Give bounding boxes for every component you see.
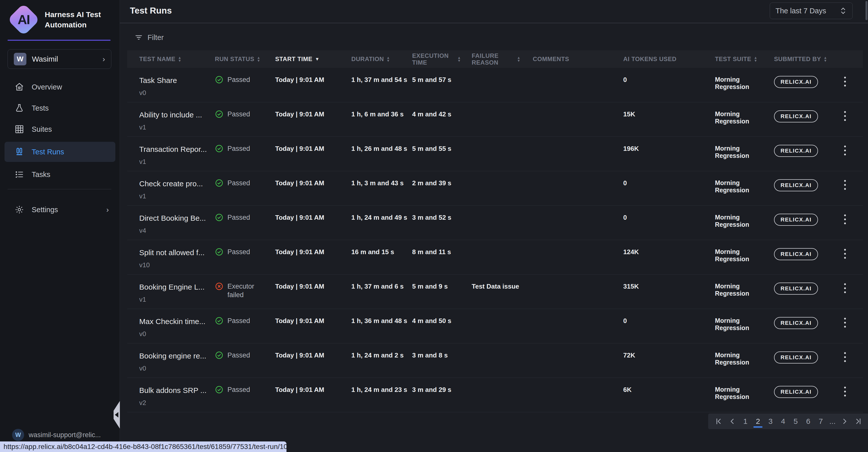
test-name-link[interactable]: Split not allowed f... [139,248,215,257]
page-button-6[interactable]: 6 [803,415,813,428]
page-button-2[interactable]: 2 [753,415,763,428]
column-header-status[interactable]: RUN STATUS▲▼ [215,56,275,63]
sort-arrows-icon[interactable]: ▲▼ [257,56,260,62]
kebab-dot [844,291,846,293]
cell-ai-tokens-value: 196K [623,145,639,152]
cell-start-time-value: Today | 9:01 AM [275,386,324,393]
row-kebab-menu-button[interactable] [839,109,850,123]
test-name-link[interactable]: Task Share [139,76,215,85]
kebab-dot [844,253,846,255]
kebab-dot [844,218,846,220]
cell-test-name: Check create pro...v1 [127,171,215,205]
header-divider [120,23,868,23]
previous-page-button[interactable] [727,415,738,428]
test-version: v1 [139,158,215,166]
cell-start-time: Today | 9:01 AM [275,274,351,309]
test-suite-value: Morning Regression [715,248,749,263]
row-kebab-menu-button[interactable] [839,178,850,192]
kebab-dot [844,77,846,79]
cell-execution-time-value: 3 m and 52 s [412,214,451,221]
user-account[interactable]: W wasimil-support@relic... [12,429,101,441]
sort-arrows-icon[interactable]: ▲▼ [178,56,181,62]
column-header-execution_time[interactable]: EXECUTION TIME▲▼ [412,52,472,66]
next-page-button[interactable] [839,415,850,428]
row-kebab-menu-button[interactable] [839,74,850,89]
test-name-link[interactable]: Ability to include ... [139,110,215,119]
test-suite-value: Morning Regression [715,214,749,228]
submitted-by-badge: RELICX.AI [774,179,818,191]
cell-submitted-by: RELICX.AI [774,102,839,137]
test-name-link[interactable]: Check create pro... [139,179,215,188]
column-header-ai_tokens_used[interactable]: AI TOKENS USED [623,56,715,63]
column-header-name[interactable]: TEST NAME▲▼ [127,56,215,63]
first-page-button[interactable] [713,415,724,428]
cell-comments [533,206,623,240]
run-status-text: Passed [227,248,250,256]
test-suite-value: Morning Regression [715,145,749,159]
column-header-failure_reason[interactable]: FAILURE REASON▲▼ [472,52,533,66]
scrollbar-thumb[interactable] [866,1,868,20]
page-button-5[interactable]: 5 [790,415,801,428]
row-kebab-menu-button[interactable] [839,315,850,330]
filter-button[interactable]: Filter [134,33,164,42]
sidebar-item-test-runs[interactable]: Test Runs [4,142,115,162]
sidebar-item-tests[interactable]: Tests [4,99,115,117]
test-name-link[interactable]: Direct Booking Be... [139,214,215,223]
row-kebab-menu-button[interactable] [839,212,850,226]
column-header-comments[interactable]: COMMENTS [533,56,623,63]
cell-ai-tokens: 0 [623,171,715,205]
table-row: Task Sharev0PassedToday | 9:01 AM1 h, 37… [127,68,863,102]
sort-arrows-icon[interactable]: ▲▼ [386,56,390,62]
page-button-7[interactable]: 7 [816,415,826,428]
kebab-dot [844,146,846,147]
sort-arrows-icon[interactable]: ▲▼ [517,56,521,62]
cell-actions [839,137,863,171]
sidebar-item-tasks[interactable]: Tasks [4,166,115,183]
cell-ai-tokens-value: 124K [623,248,639,256]
sidebar-item-overview[interactable]: Overview [4,79,115,95]
page-button-4[interactable]: 4 [778,415,788,428]
column-header-submitted_by[interactable]: SUBMITTED BY▲▼ [774,56,839,63]
column-header-start_time[interactable]: START TIME▼ [275,56,351,63]
sort-arrows-icon[interactable]: ▲▼ [457,56,461,62]
date-range-select[interactable]: The last 7 Days [770,2,853,19]
filter-label: Filter [148,33,164,42]
row-kebab-menu-button[interactable] [839,350,850,364]
sidebar: AI Harness AI Test Automation W Wasimil … [0,0,120,452]
column-header-test_suite[interactable]: TEST SUITE▲▼ [715,56,774,63]
sort-arrows-icon[interactable]: ▲▼ [754,56,757,62]
column-header-label: SUBMITTED BY [774,56,821,63]
test-name-link[interactable]: Max Checkin time... [139,317,215,326]
test-suite-value: Morning Regression [715,76,749,90]
kebab-dot [844,222,846,224]
submitted-by-badge: RELICX.AI [774,282,818,295]
test-name-link[interactable]: Booking Engine L... [139,282,215,292]
row-kebab-menu-button[interactable] [839,384,850,398]
page-button-1[interactable]: 1 [740,415,750,428]
row-kebab-menu-button[interactable] [839,143,850,157]
kebab-dot [844,387,846,388]
row-kebab-menu-button[interactable] [839,247,850,261]
sidebar-item-suites[interactable]: Suites [4,121,115,138]
last-page-button[interactable] [853,415,864,428]
sort-arrows-icon[interactable]: ▲▼ [824,56,827,62]
column-header-duration[interactable]: DURATION▲▼ [351,56,412,63]
sidebar-divider [7,189,111,189]
cell-ai-tokens: 124K [623,240,715,274]
workspace-selector[interactable]: W Wasimil › [7,49,111,69]
row-kebab-menu-button[interactable] [839,281,850,295]
chevron-right-icon: › [106,205,109,214]
kebab-dot [844,188,846,190]
sidebar-item-settings[interactable]: Settings › [4,201,115,218]
cell-test-name: Direct Booking Be...v4 [127,206,215,240]
cell-execution-time-value: 5 m and 55 s [412,145,451,152]
cell-duration: 1 h, 6 m and 36 s [351,102,412,137]
page-button-3[interactable]: 3 [766,415,776,428]
cell-ai-tokens-value: 15K [623,110,635,118]
test-name-link[interactable]: Booking engine re... [139,352,215,361]
cell-comments [533,171,623,205]
sort-desc-icon[interactable]: ▼ [315,57,319,62]
test-name-link[interactable]: Bulk addons SRP ... [139,386,215,395]
test-name-link[interactable]: Transaction Repor... [139,145,215,154]
kebab-dot [844,184,846,186]
